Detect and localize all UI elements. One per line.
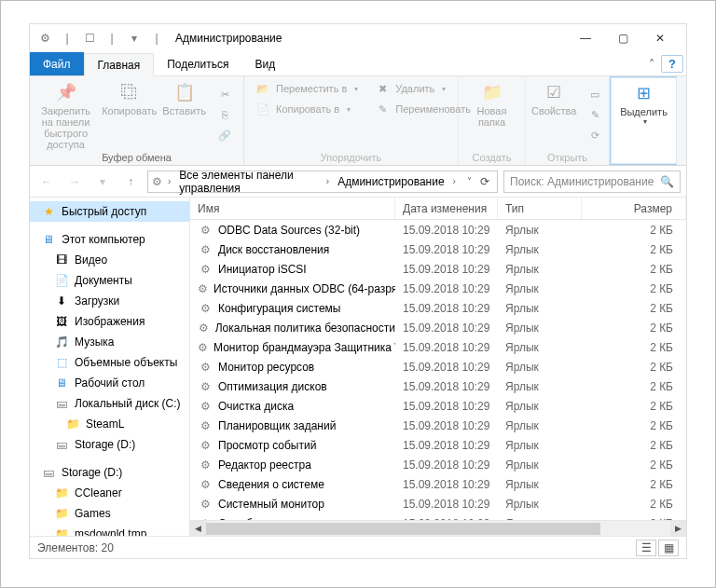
sidebar-item-desktop[interactable]: 🖥Рабочий стол	[30, 373, 189, 393]
sidebar-item-3d[interactable]: ⬚Объемные объекты	[30, 352, 189, 373]
navigation-pane[interactable]: ★Быстрый доступ 🖥Этот компьютер 🎞Видео 📄…	[30, 198, 190, 536]
file-row[interactable]: ⚙Оптимизация дисков15.09.2018 10:29Ярлык…	[190, 376, 686, 396]
close-button[interactable]: ✕	[641, 25, 679, 51]
refresh-button[interactable]: ⟳	[477, 175, 493, 188]
sidebar-item-steaml[interactable]: 📁SteamL	[30, 414, 189, 434]
copy-button[interactable]: ⿻ Копировать	[102, 79, 157, 116]
file-row[interactable]: ⚙Источники данных ODBC (64-разрядна...15…	[190, 279, 686, 298]
maximize-button[interactable]: ▢	[604, 25, 641, 51]
shortcut-icon: ⚙	[198, 360, 213, 375]
col-header-date[interactable]: Дата изменения	[395, 198, 498, 219]
file-row[interactable]: ⚙Очистка диска15.09.2018 10:29Ярлык2 КБ	[190, 396, 686, 416]
file-row[interactable]: ⚙Системный монитор15.09.2018 10:29Ярлык2…	[190, 494, 686, 513]
tab-share[interactable]: Поделиться	[154, 52, 241, 75]
file-row[interactable]: ⚙Редактор реестра15.09.2018 10:29Ярлык2 …	[190, 455, 686, 474]
nav-up-button[interactable]: ↑	[119, 171, 142, 193]
clipboard-extra-2[interactable]: ⎘	[212, 105, 238, 124]
new-folder-button[interactable]: 📁 Новая папка	[464, 79, 519, 128]
view-icons-button[interactable]: ▦	[658, 540, 679, 556]
paste-button[interactable]: 📋 Вставить	[162, 79, 206, 116]
file-type: Ярлык	[498, 400, 582, 413]
horizontal-scrollbar[interactable]: ◀ ▶	[190, 520, 686, 536]
col-header-type[interactable]: Тип	[498, 198, 582, 219]
file-size: 2 КБ	[582, 263, 686, 276]
qat-tools-icon[interactable]: ⚙	[37, 31, 52, 46]
sidebar-item-ccleaner[interactable]: 📁CCleaner	[30, 483, 189, 503]
scroll-right-button[interactable]: ▶	[670, 521, 686, 536]
file-date: 15.09.2018 10:29	[395, 380, 498, 393]
sidebar-item-storage-d-2[interactable]: 🖴Storage (D:)	[30, 462, 189, 483]
view-details-button[interactable]: ☰	[636, 540, 656, 556]
file-type: Ярлык	[498, 224, 582, 237]
clipboard-extra-3[interactable]: 🔗	[212, 126, 238, 144]
file-row[interactable]: ⚙Службы компонентов15.09.2018 10:29Ярлык…	[190, 513, 686, 520]
file-size: 2 КБ	[582, 341, 686, 354]
ribbon-collapse-button[interactable]: ˄	[642, 52, 661, 75]
tab-file[interactable]: Файл	[30, 52, 84, 75]
select-button[interactable]: ⊞ Выделить ▾	[616, 80, 671, 126]
sidebar-item-downloads[interactable]: ⬇Загрузки	[30, 291, 189, 311]
sidebar-item-games[interactable]: 📁Games	[30, 503, 189, 524]
clipboard-extra-1[interactable]: ✂	[212, 85, 238, 103]
sidebar-item-msdownld[interactable]: 📁msdownld.tmp	[30, 524, 189, 536]
file-date: 15.09.2018 10:29	[395, 361, 498, 374]
file-type: Ярлык	[498, 321, 582, 335]
nav-recent-button[interactable]: ▾	[91, 171, 114, 193]
file-row[interactable]: ⚙Инициатор iSCSI15.09.2018 10:29Ярлык2 К…	[190, 259, 686, 279]
file-row[interactable]: ⚙Локальная политика безопасности15.09.20…	[190, 318, 686, 337]
scroll-thumb[interactable]	[206, 523, 600, 535]
scroll-left-button[interactable]: ◀	[190, 521, 206, 536]
file-row[interactable]: ⚙Сведения о системе15.09.2018 10:29Ярлык…	[190, 474, 686, 494]
properties-button[interactable]: ☑ Свойства	[531, 79, 576, 116]
file-row[interactable]: ⚙Монитор ресурсов15.09.2018 10:29Ярлык2 …	[190, 357, 686, 376]
qat-new-icon[interactable]: ☐	[82, 31, 97, 46]
file-row[interactable]: ⚙Диск восстановления15.09.2018 10:29Ярлы…	[190, 239, 686, 259]
sidebar-item-pictures[interactable]: 🖼Изображения	[30, 311, 189, 332]
file-type: Ярлык	[498, 341, 582, 354]
file-row[interactable]: ⚙Планировщик заданий15.09.2018 10:29Ярлы…	[190, 416, 686, 435]
open-extra-3[interactable]: ⟳	[582, 126, 608, 144]
file-name-label: Локальная политика безопасности	[215, 321, 395, 335]
file-row[interactable]: ⚙Конфигурация системы15.09.2018 10:29Ярл…	[190, 298, 686, 318]
tab-view[interactable]: Вид	[241, 52, 288, 75]
sidebar-item-video[interactable]: 🎞Видео	[30, 250, 189, 270]
breadcrumb-segment-2[interactable]: Администрирование	[335, 175, 447, 188]
sidebar-item-documents[interactable]: 📄Документы	[30, 270, 189, 291]
pin-quick-access-button[interactable]: 📌 Закрепить на панели быстрого доступа	[35, 79, 96, 150]
sidebar-item-local-c[interactable]: 🖴Локальный диск (C:)	[30, 393, 189, 414]
copy-to-button[interactable]: 📄Копировать в▾	[250, 100, 364, 118]
shortcut-icon: ⚙	[198, 497, 213, 512]
file-size: 2 КБ	[582, 458, 686, 472]
paste-icon: 📋	[170, 81, 200, 103]
file-list[interactable]: ⚙ODBC Data Sources (32-bit)15.09.2018 10…	[190, 220, 686, 520]
file-date: 15.09.2018 10:29	[395, 517, 498, 521]
sidebar-item-storage-d[interactable]: 🖴Storage (D:)	[30, 434, 189, 455]
sidebar-item-quick-access[interactable]: ★Быстрый доступ	[30, 201, 189, 222]
file-size: 2 КБ	[582, 419, 686, 432]
qat-dropdown-icon[interactable]: ▾	[127, 31, 142, 46]
titlebar: ⚙ | ☐ | ▾ | Администрирование — ▢ ✕	[30, 24, 686, 52]
open-extra-2[interactable]: ✎	[582, 105, 608, 124]
col-header-name[interactable]: Имя	[190, 198, 395, 219]
breadcrumb-segment-1[interactable]: Все элементы панели управления	[176, 169, 320, 195]
scroll-track[interactable]	[206, 521, 670, 536]
col-header-size[interactable]: Размер	[582, 198, 686, 219]
address-bar[interactable]: ⚙ › Все элементы панели управления › Адм…	[147, 171, 498, 193]
file-type: Ярлык	[498, 361, 582, 374]
move-to-button[interactable]: 📂Переместить в▾	[250, 79, 364, 98]
file-row[interactable]: ⚙ODBC Data Sources (32-bit)15.09.2018 10…	[190, 220, 686, 239]
minimize-button[interactable]: —	[567, 25, 604, 51]
file-row[interactable]: ⚙Монитор брандмауэра Защитника Win...15.…	[190, 337, 686, 357]
shortcut-icon: ⚙	[198, 516, 213, 521]
nav-forward-button[interactable]: →	[63, 171, 86, 193]
search-box[interactable]: Поиск: Администрирование 🔍	[503, 171, 681, 193]
group-organize-label: Упорядочить	[250, 150, 452, 163]
tab-home[interactable]: Главная	[84, 53, 155, 76]
sidebar-item-music[interactable]: 🎵Музыка	[30, 332, 189, 352]
group-new-label: Создать	[464, 150, 519, 163]
nav-back-button[interactable]: ←	[35, 171, 58, 193]
file-row[interactable]: ⚙Просмотр событий15.09.2018 10:29Ярлык2 …	[190, 435, 686, 455]
help-button[interactable]: ?	[661, 55, 683, 73]
open-extra-1[interactable]: ▭	[582, 85, 608, 103]
sidebar-item-this-pc[interactable]: 🖥Этот компьютер	[30, 229, 189, 250]
